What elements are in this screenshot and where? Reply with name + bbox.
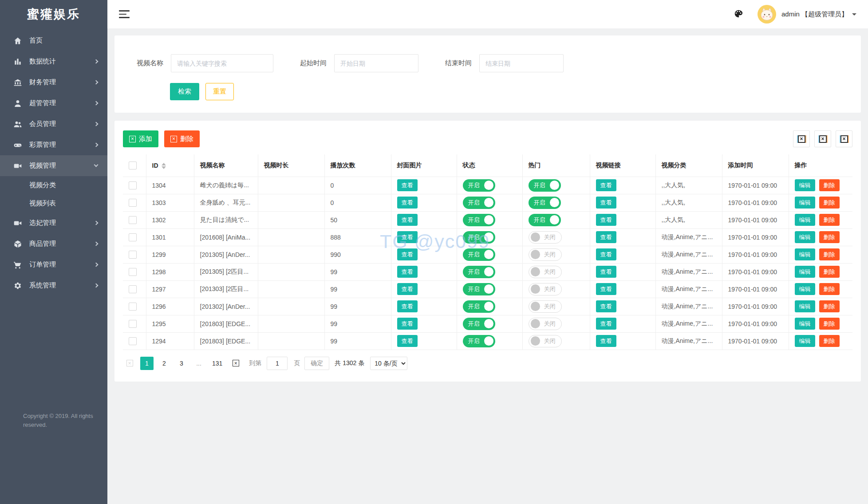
goto-page-input[interactable] (267, 357, 288, 370)
sidebar-item-超管管理[interactable]: 超管管理 (0, 93, 107, 114)
edit-button[interactable]: 编辑 (795, 248, 815, 260)
cover-view-button[interactable]: 查看 (397, 248, 418, 260)
theme-palette-icon[interactable] (734, 9, 744, 20)
sidebar-item-视频管理[interactable]: 视频管理 (0, 155, 107, 176)
row-checkbox[interactable] (129, 233, 137, 241)
sidebar-item-商品管理[interactable]: 商品管理 (0, 233, 107, 254)
row-delete-button[interactable]: 删除 (819, 248, 840, 260)
page-button-2[interactable]: 2 (158, 357, 171, 370)
end-date-input[interactable] (479, 54, 564, 72)
prev-page-button[interactable] (123, 357, 136, 370)
sidebar-item-彩票管理[interactable]: 彩票管理 (0, 134, 107, 155)
sidebar-item-数据统计[interactable]: 数据统计 (0, 51, 107, 72)
sidebar-item-会员管理[interactable]: 会员管理 (0, 114, 107, 134)
edit-button[interactable]: 编辑 (795, 335, 815, 347)
next-page-button[interactable] (229, 357, 242, 370)
row-checkbox[interactable] (129, 181, 137, 189)
row-delete-button[interactable]: 删除 (819, 266, 840, 278)
user-menu[interactable]: admin 【超级管理员】 (781, 10, 856, 19)
row-checkbox[interactable] (129, 199, 137, 207)
row-checkbox[interactable] (129, 216, 137, 224)
cover-view-button[interactable]: 查看 (397, 283, 418, 295)
edit-button[interactable]: 编辑 (795, 300, 815, 312)
edit-button[interactable]: 编辑 (795, 266, 815, 278)
avatar[interactable] (758, 5, 776, 24)
status-toggle[interactable]: 开启 (463, 214, 495, 226)
edit-button[interactable]: 编辑 (795, 283, 815, 295)
link-view-button[interactable]: 查看 (596, 318, 616, 330)
row-checkbox[interactable] (129, 303, 137, 311)
status-toggle[interactable]: 开启 (463, 179, 495, 192)
edit-button[interactable]: 编辑 (795, 231, 815, 243)
link-view-button[interactable]: 查看 (596, 335, 616, 347)
reset-button[interactable]: 重置 (205, 83, 234, 100)
hot-toggle[interactable]: 开启 (529, 214, 561, 226)
edit-button[interactable]: 编辑 (795, 214, 815, 226)
page-button-131[interactable]: 131 (209, 357, 225, 370)
row-delete-button[interactable]: 删除 (819, 231, 840, 243)
cover-view-button[interactable]: 查看 (397, 197, 418, 209)
search-button[interactable]: 检索 (170, 83, 199, 100)
sidebar-item-财务管理[interactable]: 财务管理 (0, 72, 107, 93)
row-delete-button[interactable]: 删除 (819, 318, 840, 330)
sidebar-subitem-视频列表[interactable]: 视频列表 (0, 194, 107, 213)
cover-view-button[interactable]: 查看 (397, 300, 418, 312)
status-toggle[interactable]: 开启 (463, 300, 495, 313)
link-view-button[interactable]: 查看 (596, 283, 616, 295)
status-toggle[interactable]: 开启 (463, 197, 495, 209)
hot-toggle[interactable]: 关闭 (529, 231, 562, 244)
link-view-button[interactable]: 查看 (596, 266, 616, 278)
sidebar-item-订单管理[interactable]: 订单管理 (0, 254, 107, 275)
row-checkbox[interactable] (129, 337, 137, 345)
status-toggle[interactable]: 开启 (463, 266, 495, 278)
delete-button[interactable]: 删除 (164, 130, 200, 147)
start-date-input[interactable] (334, 54, 418, 72)
link-view-button[interactable]: 查看 (596, 248, 616, 260)
hot-toggle[interactable]: 关闭 (529, 318, 562, 330)
row-checkbox[interactable] (129, 320, 137, 328)
link-view-button[interactable]: 查看 (596, 179, 616, 191)
row-delete-button[interactable]: 删除 (819, 179, 840, 191)
cover-view-button[interactable]: 查看 (397, 266, 418, 278)
row-checkbox[interactable] (129, 285, 137, 293)
cover-view-button[interactable]: 查看 (397, 231, 418, 243)
row-delete-button[interactable]: 删除 (819, 300, 840, 312)
add-button[interactable]: 添加 (123, 130, 158, 147)
table-tool-filter-button[interactable] (793, 130, 810, 147)
edit-button[interactable]: 编辑 (795, 179, 815, 191)
row-checkbox[interactable] (129, 268, 137, 276)
hot-toggle[interactable]: 开启 (529, 197, 561, 209)
link-view-button[interactable]: 查看 (596, 300, 616, 312)
link-view-button[interactable]: 查看 (596, 231, 616, 243)
sidebar-item-首页[interactable]: 首页 (0, 30, 107, 51)
edit-button[interactable]: 编辑 (795, 197, 815, 209)
link-view-button[interactable]: 查看 (596, 214, 616, 226)
status-toggle[interactable]: 开启 (463, 231, 495, 244)
hot-toggle[interactable]: 关闭 (529, 335, 562, 347)
table-tool-export-button[interactable] (814, 130, 831, 147)
select-all-checkbox[interactable] (129, 161, 137, 169)
hot-toggle[interactable]: 关闭 (529, 300, 562, 313)
video-name-input[interactable] (171, 54, 273, 72)
row-delete-button[interactable]: 删除 (819, 214, 840, 226)
cover-view-button[interactable]: 查看 (397, 318, 418, 330)
cover-view-button[interactable]: 查看 (397, 335, 418, 347)
status-toggle[interactable]: 开启 (463, 283, 495, 295)
table-tool-print-button[interactable] (836, 130, 852, 147)
edit-button[interactable]: 编辑 (795, 318, 815, 330)
menu-toggle-icon[interactable] (119, 10, 130, 18)
page-button-3[interactable]: 3 (175, 357, 188, 370)
row-checkbox[interactable] (129, 251, 137, 259)
page-size-select[interactable]: 10 条/页 (370, 357, 407, 370)
sidebar-item-系统管理[interactable]: 系统管理 (0, 275, 107, 296)
hot-toggle[interactable]: 关闭 (529, 266, 562, 278)
sort-icon[interactable] (162, 163, 166, 169)
hot-toggle[interactable]: 关闭 (529, 248, 562, 261)
sidebar-item-选妃管理[interactable]: 选妃管理 (0, 213, 107, 233)
row-delete-button[interactable]: 删除 (819, 335, 840, 347)
status-toggle[interactable]: 开启 (463, 335, 495, 347)
hot-toggle[interactable]: 开启 (529, 179, 561, 192)
page-button-1[interactable]: 1 (140, 357, 154, 370)
status-toggle[interactable]: 开启 (463, 248, 495, 261)
row-delete-button[interactable]: 删除 (819, 197, 840, 209)
